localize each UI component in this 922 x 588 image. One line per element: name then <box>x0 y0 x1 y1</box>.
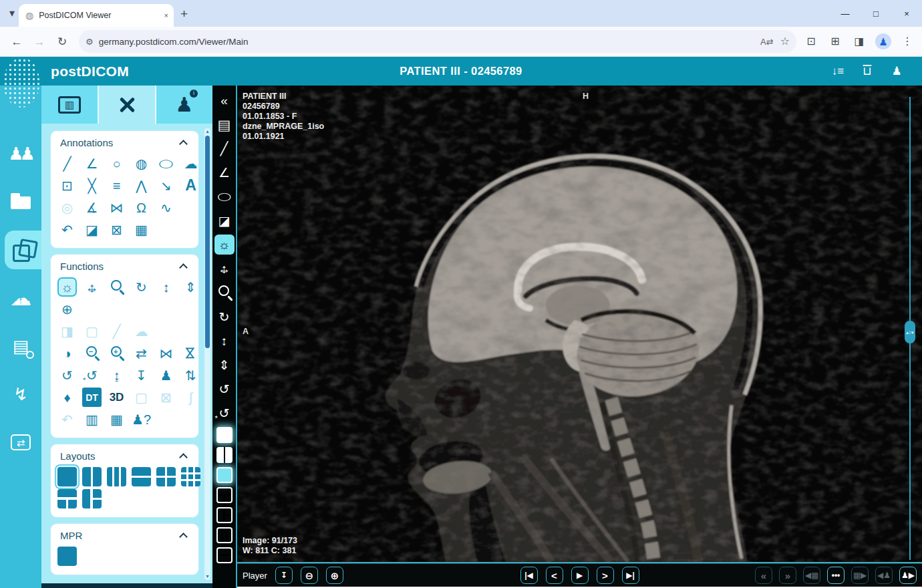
first-image-icon[interactable]: |◀ <box>520 567 538 584</box>
layout-left2-icon[interactable] <box>216 507 233 523</box>
patient-orientation-icon[interactable]: ♟ <box>156 365 176 385</box>
collapse-panel-icon[interactable]: « <box>214 90 235 110</box>
shaded-circle-icon[interactable]: ◍ <box>132 154 151 173</box>
menu-kebab-icon[interactable]: ⋮ <box>899 33 915 49</box>
cross-measure-icon[interactable]: ╳ <box>82 176 102 195</box>
bookmark-star-icon[interactable]: ☆ <box>780 36 790 47</box>
magnify-icon[interactable] <box>214 283 235 303</box>
sidebar-item-folder[interactable] <box>0 182 41 221</box>
panel-scroll-thumb[interactable] <box>205 136 210 348</box>
cine-export-icon[interactable]: ↧ <box>275 567 293 584</box>
closed-region-icon[interactable]: Ω <box>132 198 151 217</box>
new-tab-icon[interactable]: + <box>180 7 188 20</box>
scroll-down-icon[interactable]: ▾ <box>204 574 210 579</box>
previous-patient-icon[interactable]: ◀♟ <box>875 567 893 584</box>
last-image-icon[interactable]: ▶| <box>622 567 639 584</box>
side-panel-icon[interactable]: ◨ <box>851 33 867 49</box>
layout-2x2-icon[interactable] <box>156 467 176 486</box>
layout-2row-icon[interactable] <box>132 467 151 486</box>
layout-1x1-active-icon[interactable] <box>216 427 233 443</box>
next-patient-icon[interactable]: ♟▶ <box>899 567 917 584</box>
collapse-annotations-icon[interactable] <box>179 140 188 148</box>
tab-close-icon[interactable]: × <box>164 12 168 19</box>
scroll-icon[interactable]: ↕ <box>214 331 235 351</box>
tab-tools[interactable] <box>99 86 155 124</box>
stack-scroll-icon[interactable]: ⇕ <box>214 355 235 375</box>
series-options-icon[interactable]: ••• <box>827 567 844 584</box>
collapse-mpr-icon[interactable] <box>179 533 188 541</box>
trash-icon[interactable]: ⊔ <box>859 63 875 80</box>
calibration-target-icon[interactable]: ◎ <box>57 198 77 217</box>
angle-icon[interactable]: ∠ <box>214 162 235 182</box>
erase-all-icon[interactable]: ⊠ <box>107 220 126 239</box>
ruler-icon[interactable]: ╱ <box>57 154 77 173</box>
eraser-icon[interactable]: ◪ <box>214 210 235 231</box>
back-icon[interactable]: ← <box>7 31 27 51</box>
reload-icon[interactable]: ↻ <box>52 31 72 51</box>
layout-left2-icon[interactable] <box>82 489 102 508</box>
export-image-icon[interactable]: ▥ <box>82 410 102 429</box>
flip-horizontal-icon[interactable]: ⋈ <box>156 343 176 363</box>
sidebar-item-transfer[interactable]: ⇄ <box>0 423 41 462</box>
polyline-icon[interactable]: ⋀ <box>132 176 151 195</box>
layout-2col-icon[interactable] <box>216 447 233 463</box>
flip-vertical-icon[interactable]: ⋈ <box>181 343 200 363</box>
tab-viewer-settings[interactable]: ▥ <box>41 86 98 124</box>
layout-3col-icon[interactable] <box>216 527 233 543</box>
mpr-layout-icon[interactable] <box>57 547 77 566</box>
reset-window-icon[interactable]: ↺ <box>214 403 235 423</box>
magnify-icon[interactable] <box>107 277 126 297</box>
pan-icon[interactable] <box>214 259 235 279</box>
layout-3x3-icon[interactable] <box>181 467 200 486</box>
speed-up-icon[interactable]: ⊕ <box>326 567 343 584</box>
tab-patient-info-icon[interactable]: ♟ <box>171 92 198 118</box>
tab-patient-info[interactable]: ♟ <box>156 86 212 124</box>
layout-2row-icon[interactable] <box>216 547 233 563</box>
auto-sort-icon[interactable]: ↓≡ <box>830 63 846 80</box>
rotate-icon[interactable]: ↻ <box>132 277 151 297</box>
play-icon[interactable]: ▶ <box>571 567 589 584</box>
maximize-icon[interactable]: □ <box>861 0 891 27</box>
next-series-icon[interactable]: » <box>779 567 796 584</box>
image-viewport[interactable]: PATIENT III 02456789 01.01.1853 - F dzne… <box>237 86 922 563</box>
slice-slider-thumb[interactable]: ▴○▾ <box>905 321 915 343</box>
layout-top2-icon[interactable] <box>57 489 77 508</box>
stack-scroll-icon[interactable]: ⇕ <box>181 277 200 297</box>
scroll-up-icon[interactable]: ▴ <box>204 129 210 134</box>
circle-icon[interactable]: ○ <box>107 154 126 173</box>
report-icon[interactable]: ▤ <box>214 114 235 134</box>
account-icon[interactable]: ♟ <box>889 63 905 80</box>
zoom-out-icon[interactable]: − <box>82 343 102 363</box>
sidebar-item-quick-sync[interactable]: ↯ <box>0 375 41 414</box>
layout-3col-icon[interactable] <box>107 467 126 486</box>
ruler-icon[interactable]: ╱ <box>214 138 235 158</box>
collapse-functions-icon[interactable] <box>179 263 188 272</box>
eraser-icon[interactable]: ◪ <box>82 220 102 239</box>
reset-icon[interactable]: ↺ <box>57 365 77 385</box>
layout-1x1-alt-icon[interactable] <box>216 467 233 483</box>
previous-series-icon[interactable]: « <box>755 567 772 584</box>
close-icon[interactable]: × <box>891 0 922 27</box>
save-image-icon[interactable]: ▦ <box>107 410 126 429</box>
screen-capture-icon[interactable]: ⊡ <box>803 33 819 49</box>
open-angle-icon[interactable]: ∡ <box>82 198 102 217</box>
sort-direction-icon[interactable]: ⇅ <box>181 365 200 385</box>
histogram-window-icon[interactable]: ◨ <box>57 321 77 341</box>
parallel-lines-icon[interactable]: ≡ <box>107 176 126 195</box>
slice-slider[interactable]: ▴○▾ <box>909 97 911 560</box>
reset-icon[interactable]: ↺ <box>214 379 235 399</box>
tab-viewer-settings-icon[interactable]: ▥ <box>58 96 81 114</box>
probe-rotate-icon[interactable]: ∫ <box>181 388 200 407</box>
rotate-icon[interactable]: ↻ <box>214 307 235 327</box>
cobb-angle-icon[interactable]: ⋈ <box>107 198 126 217</box>
layout-2col-icon[interactable] <box>82 467 102 486</box>
crop-box-icon[interactable]: ⊠ <box>156 388 176 407</box>
page-flip-icon[interactable]: ⇄ <box>132 343 151 363</box>
pan-icon[interactable] <box>82 277 102 297</box>
sidebar-item-worklist-search[interactable]: ▤ <box>0 327 41 365</box>
tag-icon[interactable]: ♦ <box>57 388 77 407</box>
expand-vertical-icon[interactable]: ↨ <box>107 365 126 385</box>
undo-icon[interactable]: ↶ <box>57 220 77 239</box>
threed-icon[interactable]: 3D <box>107 388 126 407</box>
layout-1x1-icon[interactable] <box>57 467 77 486</box>
